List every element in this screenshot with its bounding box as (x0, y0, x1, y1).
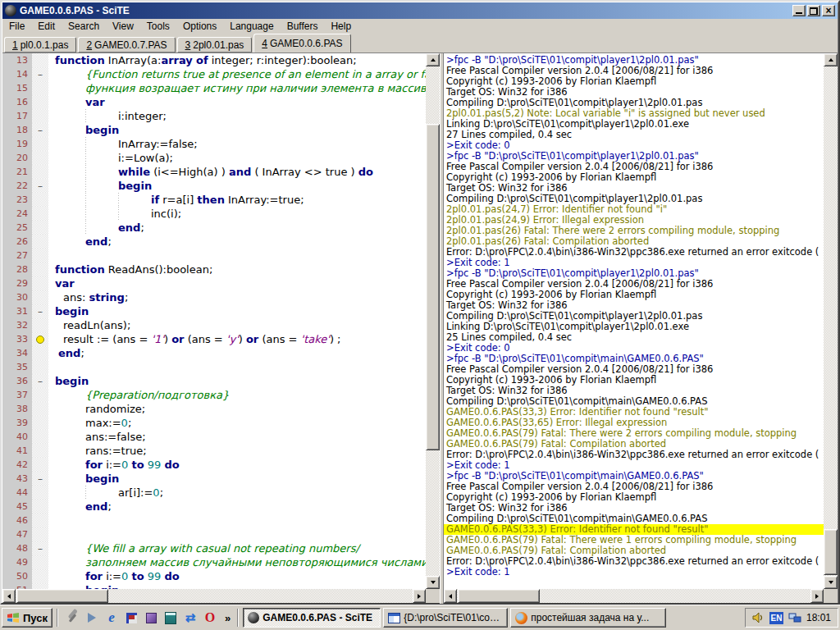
output-line[interactable]: Copyright (c) 1993-2006 by Florian Klaem… (444, 172, 824, 183)
editor-pane[interactable]: 13function InArray(a:array of integer; r… (2, 53, 426, 589)
taskbar-button-inactive[interactable]: простейшая задача на у... (510, 608, 666, 628)
output-line[interactable]: GAME0.0.6.PAS(79) Fatal: Compilation abo… (444, 546, 824, 556)
output-line[interactable]: Linking D:\pro\SciTE\01\compit\player1\2… (444, 119, 824, 130)
fold-collapse-icon[interactable]: – (38, 308, 43, 316)
menu-item-help[interactable]: Help (324, 19, 358, 34)
code-line-48[interactable]: 48–{We fill a array with casual not repe… (2, 541, 426, 555)
opera-icon[interactable]: O (203, 610, 217, 625)
scrollbar-thumb[interactable] (824, 529, 838, 575)
output-line[interactable]: 25 Lines compiled, 0.4 sec (444, 332, 824, 343)
folder-sync-icon[interactable]: ⇄ (183, 610, 198, 625)
output-line[interactable]: Error: D:\pro\FPC\2.0.4\bin\i386-Win32\p… (444, 556, 824, 567)
code-line-14[interactable]: 14–{Function returns true at presence of… (2, 67, 426, 81)
start-button[interactable]: Пуск (2, 608, 52, 628)
output-line[interactable]: GAME0.0.6.PAS(79) Fatal: Compilation abo… (444, 439, 824, 450)
menu-item-buffers[interactable]: Buffers (281, 19, 325, 34)
code-line-40[interactable]: 40ans:=false; (2, 430, 426, 444)
output-line[interactable]: >fpc -B "D:\pro\SciTE\01\compit\player1\… (444, 268, 824, 279)
overflow-chevron[interactable]: » (222, 612, 233, 624)
tab-GAME0.0.7.PAS[interactable]: 2GAME0.0.7.PAS (78, 37, 175, 52)
tab-pl0.0.1.pas[interactable]: 1pl0.0.1.pas (4, 37, 76, 52)
fold-collapse-icon[interactable]: – (38, 182, 43, 190)
code-line-16[interactable]: 16var (2, 95, 426, 109)
output-line[interactable]: Copyright (c) 1993-2006 by Florian Klaem… (444, 375, 824, 386)
internet-explorer-icon[interactable]: e (104, 610, 119, 625)
scrollbar-thumb[interactable] (458, 589, 540, 603)
code-line-39[interactable]: 39max:=0; (2, 416, 426, 430)
scroll-down-button[interactable] (426, 576, 440, 589)
code-line-46[interactable]: 46 (2, 514, 426, 527)
purple-cube-icon[interactable] (144, 610, 158, 625)
output-line[interactable]: 2pl0.01.pas(5,2) Note: Local variable "i… (444, 108, 824, 119)
tab-2pl0.01.pas[interactable]: 32pl0.01.pas (177, 37, 253, 52)
code-line-30[interactable]: 30ans: string; (2, 290, 426, 304)
output-line[interactable]: 2pl0.01.pas(24,9) Error: Illegal express… (444, 215, 824, 226)
close-button[interactable]: × (822, 5, 835, 16)
code-line-24[interactable]: 24inc(i); (2, 207, 426, 221)
code-line-27[interactable]: 27 (2, 249, 426, 262)
menu-item-file[interactable]: File (2, 19, 31, 34)
code-line-32[interactable]: 32readLn(ans); (2, 318, 426, 332)
code-line-49[interactable]: 49заполняем массив случайными неповторяю… (2, 555, 426, 569)
output-line[interactable]: Compiling D:\pro\SciTE\01\compit\main\GA… (444, 514, 824, 524)
code-line-13[interactable]: 13function InArray(a:array of integer; r… (2, 53, 426, 67)
code-line-28[interactable]: 28function ReadAns():boolean; (2, 262, 426, 276)
language-indicator[interactable]: EN (769, 612, 783, 624)
output-line[interactable]: Free Pascal Compiler version 2.0.4 [2006… (444, 482, 824, 492)
fold-collapse-icon[interactable]: – (38, 126, 43, 135)
output-line[interactable]: Error: D:\pro\FPC\2.0.4\bin\i386-Win32\p… (444, 247, 824, 258)
code-line-44[interactable]: 44ar[i]:=0; (2, 486, 426, 500)
output-line[interactable]: Free Pascal Compiler version 2.0.4 [2006… (444, 364, 824, 375)
code-line-35[interactable]: 35 (2, 360, 426, 374)
show-desktop-icon[interactable] (65, 610, 80, 625)
floppy-save-icon[interactable] (124, 610, 139, 625)
output-line[interactable]: >Exit code: 1 (444, 460, 824, 471)
menu-item-tools[interactable]: Tools (140, 19, 176, 34)
output-line[interactable]: Compiling D:\pro\SciTE\01\compit\main\GA… (444, 396, 824, 407)
output-line[interactable]: Target OS: Win32 for i386 (444, 386, 824, 396)
output-hscrollbar[interactable] (444, 589, 824, 603)
output-line[interactable]: Copyright (c) 1993-2006 by Florian Klaem… (444, 492, 824, 503)
output-line[interactable]: GAME0.0.6.PAS(33,65) Error: Illegal expr… (444, 418, 824, 428)
taskbar-button-active[interactable]: GAME0.0.6.PAS - SciTE (243, 608, 381, 628)
code-line-23[interactable]: 23if r=a[i] then InArray:=true; (2, 193, 426, 207)
output-line[interactable]: GAME0.0.6.PAS(79) Fatal: There were 2 er… (444, 428, 824, 439)
scroll-down-button[interactable] (824, 576, 838, 589)
network-icon[interactable] (788, 613, 801, 623)
code-line-26[interactable]: 26end; (2, 235, 426, 249)
fold-collapse-icon[interactable]: – (38, 545, 43, 553)
menu-item-search[interactable]: Search (62, 19, 106, 34)
output-line[interactable]: >fpc -B "D:\pro\SciTE\01\compit\player1\… (444, 55, 824, 66)
code-line-17[interactable]: 17i:integer; (2, 109, 426, 123)
output-pane[interactable]: >fpc -B "D:\pro\SciTE\01\compit\player1\… (444, 53, 824, 589)
code-line-29[interactable]: 29var (2, 276, 426, 290)
scroll-left-button[interactable] (444, 589, 457, 603)
scrollbar-thumb[interactable] (16, 589, 108, 603)
output-line[interactable]: >Exit code: 0 (444, 140, 824, 151)
output-line[interactable]: Free Pascal Compiler version 2.0.4 [2006… (444, 279, 824, 290)
fold-collapse-icon[interactable]: – (38, 377, 43, 386)
scroll-up-button[interactable] (426, 53, 440, 66)
editor-hscrollbar[interactable] (2, 589, 426, 603)
output-line[interactable]: Copyright (c) 1993-2006 by Florian Klaem… (444, 76, 824, 87)
code-line-43[interactable]: 43–begin (2, 472, 426, 486)
code-line-42[interactable]: 42for i:=0 to 99 do (2, 458, 426, 472)
scrollbar-thumb[interactable] (426, 124, 440, 450)
output-line[interactable]: >fpc -B "D:\pro\SciTE\01\compit\main\GAM… (444, 471, 824, 482)
output-line[interactable]: Target OS: Win32 for i386 (444, 300, 824, 311)
output-line[interactable]: Target OS: Win32 for i386 (444, 503, 824, 514)
output-line[interactable]: >Exit code: 1 (444, 258, 824, 268)
scroll-up-button[interactable] (824, 53, 838, 66)
output-line[interactable]: 2pl0.01.pas(24,7) Error: Identifier not … (444, 204, 824, 215)
code-line-34[interactable]: 34end; (2, 346, 426, 360)
output-line[interactable]: >Exit code: 0 (444, 343, 824, 354)
output-line[interactable]: Linking D:\pro\SciTE\01\compit\player1\2… (444, 322, 824, 332)
output-line[interactable]: Compiling D:\pro\SciTE\01\compit\player1… (444, 98, 824, 108)
output-line[interactable]: Compiling D:\pro\SciTE\01\compit\player1… (444, 194, 824, 204)
menu-item-edit[interactable]: Edit (31, 19, 62, 34)
media-player-icon[interactable] (84, 610, 99, 625)
code-line-37[interactable]: 37{Preparation/подготовка} (2, 388, 426, 402)
menu-item-options[interactable]: Options (176, 19, 223, 34)
code-line-20[interactable]: 20i:=Low(a); (2, 151, 426, 165)
fold-collapse-icon[interactable]: – (38, 475, 43, 483)
